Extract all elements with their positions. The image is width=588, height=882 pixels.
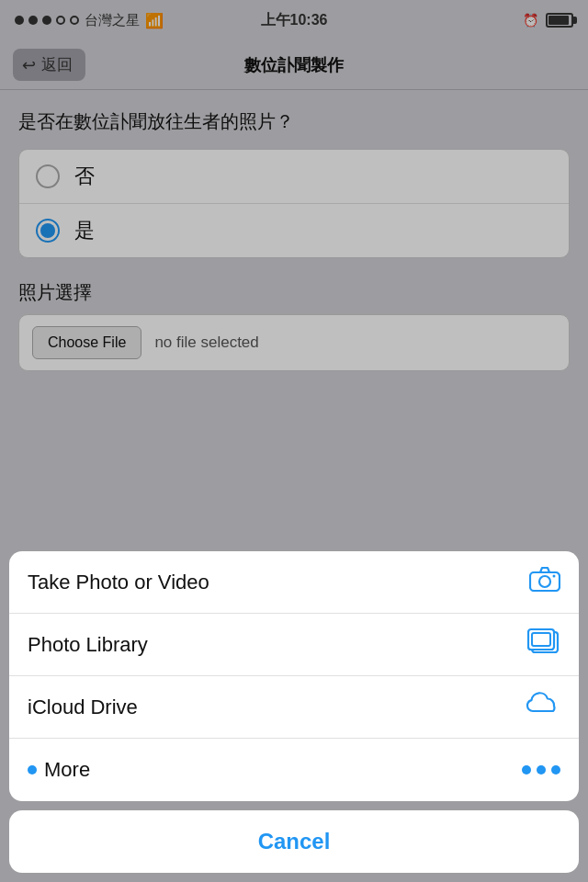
cancel-sheet[interactable]: Cancel: [9, 810, 579, 873]
more-label: More: [44, 758, 90, 782]
cancel-label: Cancel: [258, 829, 331, 854]
photo-library-icon: [527, 628, 560, 662]
svg-point-2: [553, 575, 556, 578]
more-dot-3: [551, 765, 560, 775]
action-sheet: Take Photo or Video Photo Library: [9, 551, 579, 801]
camera-icon: [529, 566, 560, 598]
more-bullet: [28, 765, 37, 775]
action-photo-library[interactable]: Photo Library: [9, 614, 579, 676]
icloud-icon: [524, 691, 560, 723]
svg-point-1: [539, 576, 550, 587]
action-take-photo[interactable]: Take Photo or Video: [9, 551, 579, 614]
more-left: More: [28, 758, 90, 782]
action-more[interactable]: More: [9, 739, 579, 801]
action-icloud-drive[interactable]: iCloud Drive: [9, 676, 579, 739]
action-sheet-container: Take Photo or Video Photo Library: [0, 551, 588, 882]
more-dot-2: [537, 765, 546, 775]
icloud-drive-label: iCloud Drive: [28, 695, 138, 719]
photo-library-label: Photo Library: [28, 633, 148, 657]
take-photo-label: Take Photo or Video: [28, 571, 209, 594]
more-dots-icon: [522, 765, 560, 775]
more-dot-1: [522, 765, 531, 775]
